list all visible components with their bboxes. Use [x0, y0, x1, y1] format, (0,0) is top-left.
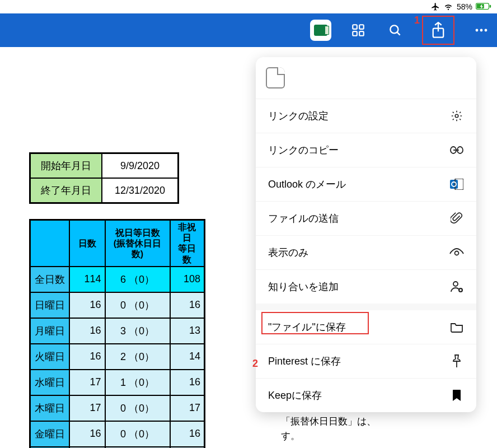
holiday-cell: 0 （0）: [105, 395, 170, 421]
menu-item-label: 知り合いを追加: [268, 280, 339, 293]
table-row: 日曜日160 （0）16: [30, 292, 205, 318]
svg-line-8: [397, 32, 400, 35]
svg-rect-2: [490, 5, 491, 8]
holiday-cell: 3 （0）: [105, 318, 170, 344]
row-label: 水曜日: [30, 370, 69, 395]
days-cell: 17: [69, 395, 105, 421]
share-menu-item[interactable]: "ファイル"に保存: [256, 310, 476, 344]
date-range-table: 開始年月日9/9/2020終了年月日12/31/2020: [29, 152, 179, 204]
nonholiday-cell: 16: [170, 370, 205, 395]
menu-item-label: Keepに保存: [268, 389, 322, 402]
table-row: 木曜日170 （0）17: [30, 395, 205, 421]
annotation-2: 2: [252, 358, 258, 370]
row-label: 火曜日: [30, 344, 69, 370]
nonholiday-cell: 108: [170, 267, 205, 292]
nonholiday-cell: 14: [170, 344, 205, 370]
document-area: 開始年月日9/9/2020終了年月日12/31/2020 日数祝日等日数(振替休…: [0, 47, 497, 448]
row-label: 金曜日: [30, 421, 69, 447]
eye-icon: [449, 245, 464, 260]
days-cell: 16: [69, 318, 105, 344]
share-menu-item[interactable]: 表示のみ: [256, 235, 476, 269]
menu-item-label: リンクの設定: [268, 109, 329, 123]
column-header: 祝日等日数(振替休日日数): [105, 220, 170, 267]
menu-item-label: リンクのコピー: [268, 143, 339, 157]
days-cell: 16: [69, 421, 105, 447]
share-menu-item[interactable]: Keepに保存: [256, 378, 476, 412]
pin-icon: [449, 354, 464, 368]
svg-point-20: [455, 251, 459, 255]
row-label: 木曜日: [30, 395, 69, 421]
share-menu-item[interactable]: 知り合いを追加: [256, 269, 476, 304]
share-button[interactable]: 1: [422, 16, 454, 45]
date-label: 終了年月日: [30, 178, 102, 203]
row-label: 月曜日: [30, 318, 69, 344]
person-add-icon: [449, 279, 464, 294]
share-menu-item[interactable]: Outlook のメール: [256, 167, 476, 201]
svg-point-11: [480, 29, 483, 32]
svg-rect-6: [359, 31, 364, 36]
svg-point-21: [453, 282, 458, 286]
nonholiday-cell: 16: [170, 292, 205, 318]
svg-point-12: [485, 29, 487, 32]
holiday-cell: 6 （0）: [105, 267, 170, 292]
share-menu-item[interactable]: リンクのコピー: [256, 133, 476, 167]
search-icon[interactable]: [385, 20, 405, 40]
holiday-cell: 2 （0）: [105, 344, 170, 370]
days-cell: 114: [69, 267, 105, 292]
share-sheet: リンクの設定リンクのコピーOutlook のメールファイルの送信表示のみ知り合い…: [256, 57, 476, 412]
holiday-cell: 0 （0）: [105, 421, 170, 447]
share-sheet-header: [256, 57, 476, 99]
excel-app-icon[interactable]: [310, 20, 331, 41]
gear-icon: [449, 109, 464, 123]
annotation-1: 1: [414, 15, 420, 26]
nonholiday-cell: 17: [170, 395, 205, 421]
table-row: 全日数1146 （0）108: [30, 267, 205, 292]
battery-charging-icon: [476, 3, 491, 11]
share-menu-item[interactable]: Pinterest に保存: [256, 344, 476, 378]
share-menu-item[interactable]: ファイルの送信: [256, 201, 476, 235]
wifi-icon: [443, 3, 453, 11]
status-bar: 58%: [0, 0, 497, 13]
days-summary-table: 日数祝日等日数(振替休日日数)非祝日等日数 全日数1146 （0）108日曜日1…: [29, 219, 205, 448]
column-header: 日数: [69, 220, 105, 267]
background-note-text: 「振替休日日数」は、 す。: [281, 414, 376, 443]
svg-rect-4: [359, 25, 364, 29]
table-row: 水曜日171 （0）16: [30, 370, 205, 395]
svg-rect-5: [353, 31, 357, 36]
menu-item-label: "ファイル"に保存: [268, 320, 346, 334]
menu-item-label: Pinterest に保存: [268, 354, 341, 368]
svg-rect-3: [353, 25, 357, 29]
row-label: 日曜日: [30, 292, 69, 318]
menu-item-label: 表示のみ: [268, 246, 308, 259]
more-icon[interactable]: [471, 20, 491, 40]
days-cell: 16: [69, 292, 105, 318]
date-label: 開始年月日: [30, 153, 102, 179]
outlook-icon: [449, 177, 464, 192]
days-cell: 17: [69, 370, 105, 395]
column-header: 非祝日等日数: [170, 220, 205, 267]
nonholiday-cell: 13: [170, 318, 205, 344]
table-row: 火曜日162 （0）14: [30, 344, 205, 370]
svg-point-10: [476, 29, 479, 32]
attach-icon: [449, 211, 464, 226]
airplane-mode-icon: [431, 2, 440, 11]
days-cell: 16: [69, 344, 105, 370]
svg-point-13: [455, 114, 458, 118]
table-row: 金曜日160 （0）16: [30, 421, 205, 447]
nonholiday-cell: 16: [170, 421, 205, 447]
grid-menu-icon[interactable]: [348, 20, 368, 40]
date-value: 12/31/2020: [102, 178, 179, 203]
row-label: 全日数: [30, 267, 69, 292]
app-header: 1: [0, 13, 497, 47]
column-header: [30, 220, 69, 267]
share-menu-item[interactable]: リンクの設定: [256, 99, 476, 133]
svg-rect-17: [450, 180, 458, 189]
battery-text: 58%: [457, 2, 472, 11]
menu-item-label: Outlook のメール: [268, 178, 346, 191]
holiday-cell: 0 （0）: [105, 292, 170, 318]
bookmark-icon: [449, 388, 464, 403]
folder-icon: [449, 320, 464, 334]
svg-point-7: [390, 25, 398, 33]
document-icon: [266, 67, 285, 88]
menu-item-label: ファイルの送信: [268, 212, 339, 225]
